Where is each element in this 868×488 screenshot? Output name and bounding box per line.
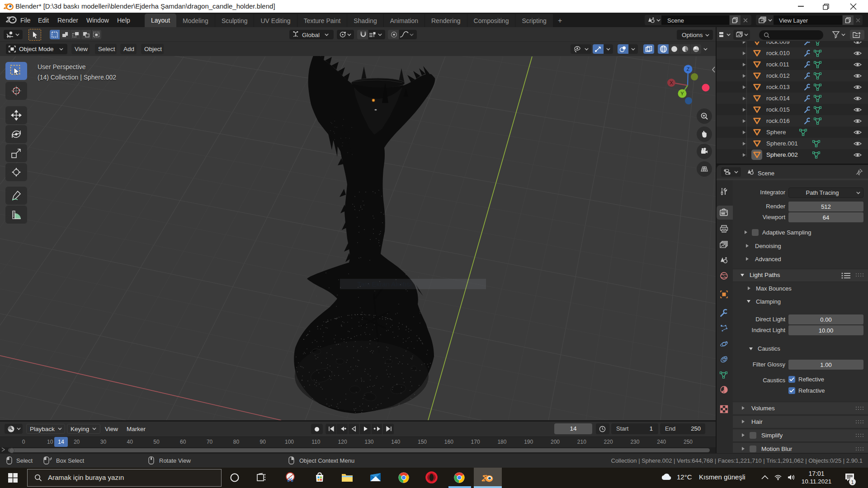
svg-text:Y: Y <box>680 91 684 96</box>
svg-text:Tam Ekran Alıntısı: Tam Ekran Alıntısı <box>357 280 412 288</box>
svg-text:Z: Z <box>687 66 690 72</box>
svg-text:X: X <box>670 80 673 85</box>
